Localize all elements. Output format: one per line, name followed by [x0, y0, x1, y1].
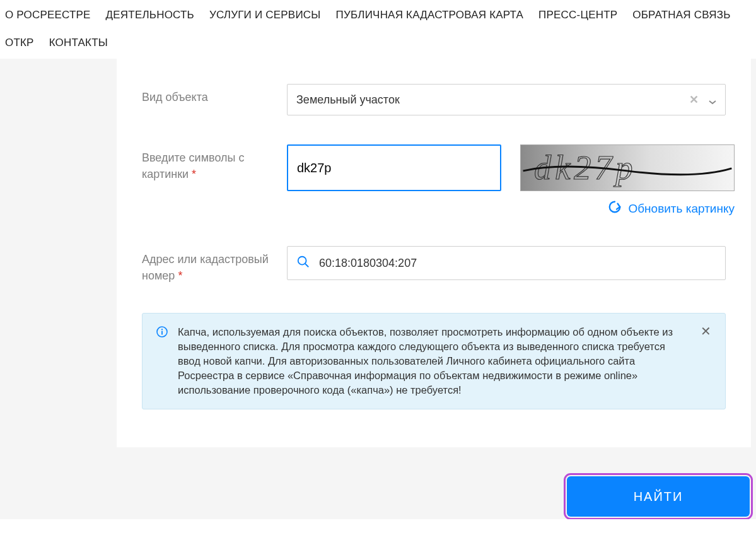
captcha-input[interactable] — [287, 144, 501, 191]
nav-item-activity[interactable]: ДЕЯТЕЛЬНОСТЬ — [106, 9, 194, 21]
svg-point-4 — [161, 329, 163, 330]
required-mark: * — [178, 269, 182, 282]
address-input[interactable] — [319, 257, 716, 270]
svg-point-1 — [298, 257, 306, 265]
chevron-down-icon[interactable] — [709, 96, 716, 103]
search-icon — [296, 255, 319, 271]
search-form-card: Вид объекта Земельный участок ✕ Введите … — [117, 59, 751, 447]
label-address-text: Адрес или кадастровый номер — [142, 253, 269, 282]
row-object-type: Вид объекта Земельный участок ✕ — [142, 84, 726, 115]
nav-item-cadastral-map[interactable]: ПУБЛИЧНАЯ КАДАСТРОВАЯ КАРТА — [336, 9, 524, 21]
info-alert: Капча, используемая для поиска объектов,… — [142, 313, 726, 409]
captcha-image: dk27p — [520, 144, 735, 191]
captcha-image-column: dk27p Обновить картинку — [520, 144, 735, 217]
nav-item-services[interactable]: УСЛУГИ И СЕРВИСЫ — [209, 9, 321, 21]
refresh-icon — [608, 200, 622, 217]
address-input-wrap[interactable] — [287, 246, 726, 280]
nav-item-feedback[interactable]: ОБРАТНАЯ СВЯЗЬ — [632, 9, 730, 21]
info-alert-text: Капча, используемая для поиска объектов,… — [178, 325, 690, 397]
nav-item-open[interactable]: ОТКР — [5, 37, 34, 49]
clear-icon[interactable]: ✕ — [679, 93, 709, 107]
page-body: Вид объекта Земельный участок ✕ Введите … — [0, 59, 756, 519]
select-object-type[interactable]: Земельный участок ✕ — [287, 84, 726, 115]
nav-item-press[interactable]: ПРЕСС-ЦЕНТР — [538, 9, 617, 21]
svg-rect-5 — [161, 331, 163, 335]
submit-wrap: НАЙТИ — [567, 476, 750, 517]
label-captcha: Введите символы с картинки * — [142, 144, 287, 182]
nav-item-about[interactable]: О РОСРЕЕСТРЕ — [5, 9, 91, 21]
close-icon[interactable]: ✕ — [701, 325, 711, 338]
svg-line-2 — [305, 264, 309, 267]
find-button[interactable]: НАЙТИ — [567, 476, 750, 517]
info-icon — [156, 326, 168, 341]
label-object-type: Вид объекта — [142, 84, 287, 105]
required-mark: * — [192, 168, 196, 180]
row-address: Адрес или кадастровый номер * — [142, 246, 726, 284]
label-address: Адрес или кадастровый номер * — [142, 246, 287, 284]
refresh-captcha-button[interactable]: Обновить картинку — [520, 200, 735, 217]
nav-item-contacts[interactable]: КОНТАКТЫ — [49, 37, 108, 49]
top-nav: О РОСРЕЕСТРЕ ДЕЯТЕЛЬНОСТЬ УСЛУГИ И СЕРВИ… — [0, 0, 756, 59]
select-object-type-value: Земельный участок — [296, 93, 679, 107]
refresh-captcha-label: Обновить картинку — [628, 202, 735, 216]
row-captcha: Введите символы с картинки * dk27p — [142, 144, 726, 217]
